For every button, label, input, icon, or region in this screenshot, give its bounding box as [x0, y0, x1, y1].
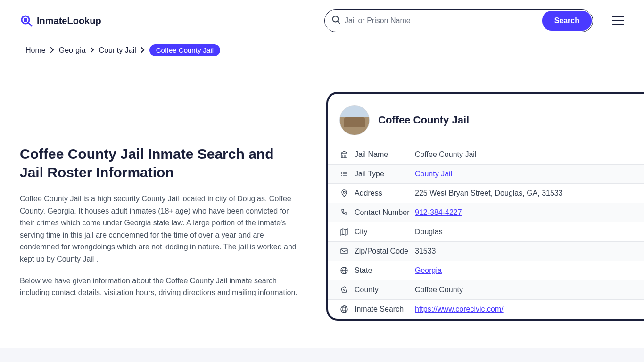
description-para-1: Coffee County Jail is a high security Co… — [20, 193, 298, 265]
hamburger-line — [612, 24, 624, 25]
info-value: 225 West Bryan Street, Douglas, GA, 3153… — [415, 189, 563, 197]
info-row: Jail NameCoffee County Jail — [328, 145, 644, 164]
info-row: Zip/Postal Code31533 — [328, 241, 644, 261]
pin-icon — [339, 189, 349, 198]
svg-point-17 — [343, 191, 345, 193]
mail-icon — [339, 247, 349, 256]
info-link[interactable]: https://www.corecivic.com/ — [415, 305, 504, 313]
chevron-right-icon — [91, 46, 94, 55]
info-label: Address — [355, 189, 415, 197]
info-row: Address225 West Bryan Street, Douglas, G… — [328, 183, 644, 203]
breadcrumb-type[interactable]: County Jail — [99, 46, 136, 55]
map-icon — [339, 227, 349, 237]
svg-point-12 — [341, 173, 342, 174]
info-label: Jail Type — [355, 170, 415, 178]
logo[interactable]: InmateLookup — [20, 14, 101, 27]
list-icon — [339, 169, 349, 179]
search-container: Search — [324, 9, 593, 32]
jail-avatar — [339, 105, 370, 135]
info-label: Zip/Postal Code — [355, 247, 415, 255]
svg-point-25 — [341, 306, 347, 313]
info-link[interactable]: County Jail — [415, 170, 452, 178]
info-value: Coffee County — [415, 286, 463, 294]
breadcrumb: Home Georgia County Jail Coffee County J… — [0, 41, 644, 64]
hamburger-line — [612, 16, 624, 17]
info-row: Contact Number912-384-4227 — [328, 203, 644, 222]
search-input[interactable] — [341, 12, 535, 30]
search-button[interactable]: Search — [542, 11, 592, 31]
card-title: Coffee County Jail — [378, 114, 469, 126]
svg-point-26 — [343, 306, 346, 313]
globe-icon — [339, 266, 349, 275]
description-para-2: Below we have given information about th… — [20, 275, 298, 299]
footer-spacer — [0, 348, 644, 362]
info-label: Inmate Search — [355, 305, 415, 313]
info-value: Coffee County Jail — [415, 150, 476, 159]
svg-line-6 — [338, 21, 340, 24]
menu-button[interactable] — [612, 16, 624, 25]
info-row: Inmate Searchhttps://www.corecivic.com/ — [328, 299, 644, 319]
search-icon — [331, 15, 341, 26]
info-value: 31533 — [415, 247, 436, 255]
svg-point-24 — [344, 289, 345, 291]
logo-icon — [20, 14, 33, 27]
svg-rect-20 — [341, 249, 347, 254]
building-icon — [339, 150, 349, 159]
info-row: CountyCoffee County — [328, 280, 644, 299]
info-label: City — [355, 228, 415, 236]
info-link[interactable]: 912-384-4227 — [415, 208, 462, 217]
breadcrumb-home[interactable]: Home — [25, 46, 46, 55]
hamburger-line — [612, 20, 624, 22]
breadcrumb-state[interactable]: Georgia — [59, 46, 86, 55]
page-title: Coffee County Jail Inmate Search and Jai… — [20, 145, 298, 181]
chevron-right-icon — [141, 46, 145, 55]
info-label: State — [355, 266, 415, 275]
info-row: CityDouglas — [328, 222, 644, 241]
phone-icon — [339, 208, 349, 217]
info-value: Douglas — [415, 228, 443, 236]
svg-point-11 — [341, 172, 342, 173]
brand-name: InmateLookup — [37, 16, 101, 26]
info-label: Jail Name — [355, 150, 415, 159]
pentagon-icon — [339, 285, 349, 295]
info-label: Contact Number — [355, 208, 415, 217]
svg-point-13 — [341, 175, 342, 176]
chevron-right-icon — [50, 46, 54, 55]
info-label: County — [355, 286, 415, 294]
info-link[interactable]: Georgia — [415, 266, 442, 275]
info-row: StateGeorgia — [328, 261, 644, 280]
breadcrumb-current: Coffee County Jail — [149, 44, 220, 56]
web-icon — [339, 304, 349, 314]
info-card: Coffee County Jail Jail NameCoffee Count… — [326, 92, 644, 321]
info-row: Jail TypeCounty Jail — [328, 164, 644, 183]
svg-line-1 — [28, 23, 32, 26]
